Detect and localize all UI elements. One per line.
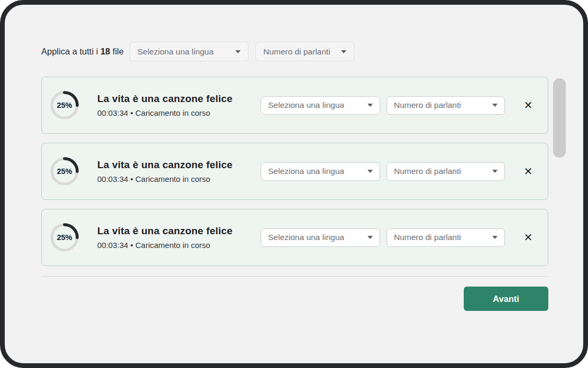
file-language-dropdown[interactable]: Seleziona una lingua [261,228,380,247]
file-duration: 00:03:34 [97,108,128,117]
close-icon: ✕ [524,99,533,112]
file-speakers-dropdown-label: Numero di parlanti [394,233,461,242]
file-title: La vita è una canzone felice [97,93,261,105]
apply-suffix: file [110,47,124,56]
chevron-down-icon [492,104,498,107]
chevron-down-icon [492,236,498,239]
remove-file-button[interactable]: ✕ [521,164,535,178]
chevron-down-icon [368,170,373,173]
global-speakers-dropdown[interactable]: Numero di parlanti [255,42,354,61]
file-speakers-dropdown[interactable]: Numero di parlanti [387,96,505,115]
bullet-separator: • [128,108,135,117]
file-upload-status: Caricamento in corso [135,174,210,183]
chevron-down-icon [341,50,346,53]
bullet-separator: • [128,241,135,250]
apply-prefix: Applica a tutti i [41,47,100,56]
file-duration: 00:03:34 [97,174,128,183]
next-button[interactable]: Avanti [464,287,548,311]
footer-divider [41,276,548,277]
file-duration: 00:03:34 [97,241,128,250]
file-language-dropdown-label: Seleziona una lingua [268,167,344,176]
file-speakers-dropdown[interactable]: Numero di parlanti [387,228,505,247]
upload-progress-ring: 25% [50,90,79,120]
file-speakers-dropdown[interactable]: Numero di parlanti [387,162,505,181]
upload-progress-label: 25% [50,157,79,186]
file-card: 25% La vita è una canzone felice 00:03:3… [41,143,548,200]
file-upload-status: Caricamento in corso [135,241,210,250]
remove-file-button[interactable]: ✕ [521,231,535,244]
file-status-line: 00:03:34 • Caricamento in corso [97,108,261,117]
remove-file-button[interactable]: ✕ [521,98,535,112]
upload-progress-ring: 25% [50,157,79,186]
scrollbar-thumb[interactable] [553,78,566,158]
apply-to-all-bar: Applica a tutti i 18 file Seleziona una … [41,42,354,61]
file-card: 25% La vita è una canzone felice 00:03:3… [41,209,548,266]
file-title: La vita è una canzone felice [97,225,261,237]
file-speakers-dropdown-label: Numero di parlanti [394,167,461,176]
apply-to-all-label: Applica a tutti i 18 file [41,47,124,57]
file-count: 18 [100,47,110,56]
global-language-dropdown[interactable]: Seleziona una lingua [130,42,249,61]
global-speakers-dropdown-label: Numero di parlanti [263,47,330,57]
upload-progress-label: 25% [50,90,79,120]
file-speakers-dropdown-label: Numero di parlanti [394,100,461,110]
close-icon: ✕ [524,165,533,178]
chevron-down-icon [368,236,373,239]
file-info: La vita è una canzone felice 00:03:34 • … [84,225,261,250]
file-status-line: 00:03:34 • Caricamento in corso [97,174,261,183]
file-status-line: 00:03:34 • Caricamento in corso [97,241,261,250]
file-upload-status: Caricamento in corso [135,108,210,117]
close-icon: ✕ [524,231,533,244]
file-language-dropdown-label: Seleziona una lingua [268,233,344,242]
file-info: La vita è una canzone felice 00:03:34 • … [84,93,261,117]
global-language-dropdown-label: Seleziona una lingua [137,47,214,57]
file-language-dropdown[interactable]: Seleziona una lingua [261,96,380,115]
file-language-dropdown-label: Seleziona una lingua [268,100,344,110]
file-card: 25% La vita è una canzone felice 00:03:3… [41,77,548,134]
upload-progress-label: 25% [50,223,79,252]
chevron-down-icon [492,170,498,173]
bullet-separator: • [128,174,135,183]
file-language-dropdown[interactable]: Seleziona una lingua [261,162,380,181]
file-title: La vita è una canzone felice [97,159,261,171]
upload-progress-ring: 25% [50,223,79,252]
chevron-down-icon [368,104,373,107]
chevron-down-icon [235,50,241,53]
file-info: La vita è una canzone felice 00:03:34 • … [84,159,261,183]
